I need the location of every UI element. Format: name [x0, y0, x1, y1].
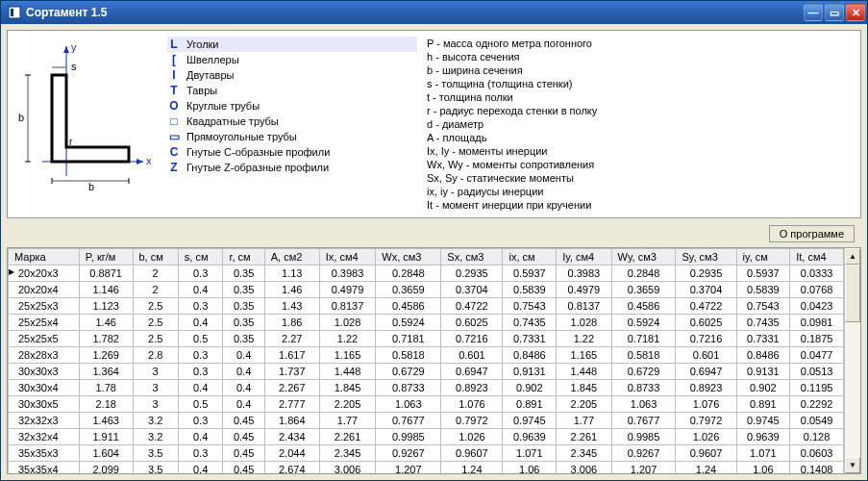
table-cell: 1.063 [611, 396, 676, 413]
type-item-c-profiles[interactable]: CГнутые С-образные профили [167, 144, 417, 160]
data-grid[interactable]: МаркаP, кг/мb, смs, смr, смA, см2Ix, см4… [8, 248, 844, 473]
column-header[interactable]: Sx, см3 [441, 249, 503, 266]
column-header[interactable]: r, см [223, 249, 264, 266]
table-cell: 0.5 [178, 331, 223, 347]
table-row[interactable]: 20x20x30.887120.30.351.130.39830.28480.2… [9, 266, 844, 282]
table-cell: 0.9607 [676, 445, 736, 462]
column-header[interactable]: A, см2 [264, 249, 319, 266]
svg-text:r: r [69, 137, 73, 147]
table-cell: 1.24 [676, 462, 736, 474]
close-button[interactable]: ✕ [846, 4, 865, 21]
column-header[interactable]: Wx, см3 [376, 249, 441, 266]
type-item-z-profiles[interactable]: ZГнутые Z-образные профили [167, 160, 417, 175]
type-item-round-tubes[interactable]: OКруглые трубы [167, 98, 417, 114]
table-row[interactable]: 35x35x31.6043.50.30.452.0442.3450.92670.… [9, 445, 844, 462]
column-header[interactable]: Ix, см4 [319, 249, 376, 266]
table-row[interactable]: 30x30x41.7830.40.42.2671.8450.87330.8923… [9, 380, 844, 396]
column-header[interactable]: Sy, см3 [676, 249, 736, 266]
table-row[interactable]: 30x30x52.1830.50.42.7772.2051.0631.0760.… [9, 396, 844, 413]
table-cell: 0.7331 [503, 331, 557, 347]
table-cell: 1.911 [79, 429, 133, 445]
table-cell: 0.7435 [736, 315, 790, 331]
column-header[interactable]: Iy, см4 [557, 249, 611, 266]
table-cell: 0.8923 [441, 380, 503, 396]
column-header[interactable]: P, кг/м [79, 249, 133, 266]
table-cell: 1.617 [264, 347, 319, 364]
table-cell: 0.8871 [79, 266, 133, 282]
minimize-button[interactable]: — [804, 4, 823, 21]
type-item-angles[interactable]: LУголки [167, 37, 417, 52]
table-cell: 0.8137 [557, 298, 611, 315]
column-header[interactable]: Марка [9, 249, 80, 266]
legend-line: h - высота сечения [427, 50, 855, 63]
table-cell: 1.77 [557, 413, 611, 429]
table-row[interactable]: 25x25x51.7822.50.50.352.271.220.71810.72… [9, 331, 844, 347]
titlebar: Сортамент 1.5 — ▭ ✕ [1, 1, 867, 24]
table-cell: 2.345 [557, 445, 611, 462]
table-cell: 1.071 [736, 445, 790, 462]
table-cell: 0.8137 [319, 298, 376, 315]
column-header[interactable]: ix, см [503, 249, 557, 266]
legend-line: r - радиус перехода стенки в полку [427, 104, 855, 117]
table-cell: 1.06 [503, 462, 557, 474]
column-header[interactable]: s, см [178, 249, 223, 266]
table-cell: 0.1408 [790, 462, 844, 474]
type-item-channels[interactable]: [Швеллеры [167, 52, 417, 67]
app-icon [7, 5, 22, 20]
table-row[interactable]: 35x35x42.0993.50.40.452.6743.0061.2071.2… [9, 462, 844, 474]
table-cell: 0.4979 [319, 282, 376, 298]
column-header[interactable]: It, см4 [790, 249, 844, 266]
table-cell: 0.2848 [376, 266, 441, 282]
legend-line: P - масса одного метра погонного [427, 37, 855, 50]
table-cell: 3.006 [319, 462, 376, 474]
type-item-rect-tubes[interactable]: ▭Прямоугольные трубы [167, 129, 417, 144]
scroll-down-button[interactable]: ▼ [845, 457, 860, 473]
table-cell: 1.46 [79, 315, 133, 331]
table-cell: 35x35x3 [9, 445, 80, 462]
table-row[interactable]: 28x28x31.2692.80.30.41.6171.1650.58180.6… [9, 347, 844, 364]
table-cell: 0.4 [223, 347, 264, 364]
table-cell: 0.891 [503, 396, 557, 413]
table-cell: 1.86 [264, 315, 319, 331]
table-header-row: МаркаP, кг/мb, смs, смr, смA, см2Ix, см4… [9, 249, 844, 266]
table-cell: 0.7216 [676, 331, 736, 347]
angle-icon: L [167, 38, 181, 51]
table-row[interactable]: 32x32x41.9113.20.40.452.4342.2610.99851.… [9, 429, 844, 445]
table-cell: 1.123 [79, 298, 133, 315]
table-cell: 2.044 [264, 445, 319, 462]
table-cell: 0.902 [503, 380, 557, 396]
table-cell: 3.5 [133, 445, 178, 462]
scroll-thumb[interactable] [845, 265, 860, 322]
table-cell: 2.345 [319, 445, 376, 462]
type-item-ibeams[interactable]: IДвутавры [167, 67, 417, 83]
type-label: Гнутые Z-образные профили [186, 162, 329, 173]
table-row[interactable]: 25x25x31.1232.50.30.351.430.81370.45860.… [9, 298, 844, 315]
scroll-track[interactable] [845, 265, 860, 457]
about-button[interactable]: О программе [769, 225, 855, 242]
table-cell: 2.434 [264, 429, 319, 445]
column-header[interactable]: Wy, см3 [611, 249, 676, 266]
table-cell: 2.27 [264, 331, 319, 347]
table-row[interactable]: 30x30x31.36430.30.41.7371.4480.67290.694… [9, 364, 844, 380]
table-cell: 0.9745 [736, 413, 790, 429]
table-cell: 2.674 [264, 462, 319, 474]
table-row[interactable]: 25x25x41.462.50.40.351.861.0280.59240.60… [9, 315, 844, 331]
table-cell: 0.0477 [790, 347, 844, 364]
type-item-tees[interactable]: TТавры [167, 83, 417, 98]
type-label: Гнутые С-образные профили [186, 146, 330, 158]
column-header[interactable]: iy, см [736, 249, 790, 266]
table-cell: 0.35 [223, 315, 264, 331]
table-row[interactable]: 20x20x41.14620.40.351.460.49790.36590.37… [9, 282, 844, 298]
table-cell: 0.35 [223, 266, 264, 282]
table-cell: 0.3 [178, 347, 223, 364]
table-cell: 1.77 [319, 413, 376, 429]
table-cell: 0.2935 [441, 266, 503, 282]
maximize-button[interactable]: ▭ [825, 4, 844, 21]
scroll-up-button[interactable]: ▲ [845, 248, 860, 265]
column-header[interactable]: b, см [133, 249, 178, 266]
type-item-square-tubes[interactable]: □Квадратные трубы [167, 114, 417, 129]
svg-text:b: b [88, 181, 94, 190]
table-cell: 1.463 [79, 413, 133, 429]
table-row[interactable]: 32x32x31.4633.20.30.451.8641.770.76770.7… [9, 413, 844, 429]
vertical-scrollbar[interactable]: ▲ ▼ [844, 248, 860, 473]
